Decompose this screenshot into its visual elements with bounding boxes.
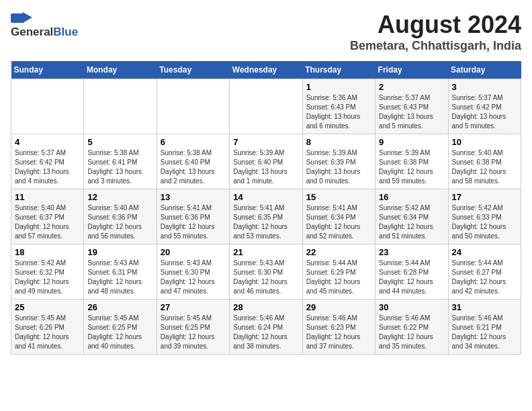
weekday-header-saturday: Saturday bbox=[448, 61, 521, 79]
calendar-cell: 9Sunrise: 5:39 AM Sunset: 6:38 PM Daylig… bbox=[375, 134, 448, 189]
day-detail: Sunrise: 5:45 AM Sunset: 6:25 PM Dayligh… bbox=[87, 314, 152, 351]
calendar-cell: 17Sunrise: 5:42 AM Sunset: 6:33 PM Dayli… bbox=[448, 189, 521, 244]
calendar-cell: 26Sunrise: 5:45 AM Sunset: 6:25 PM Dayli… bbox=[84, 300, 157, 355]
day-detail: Sunrise: 5:39 AM Sunset: 6:40 PM Dayligh… bbox=[233, 148, 298, 186]
day-number: 28 bbox=[233, 302, 298, 312]
day-number: 1 bbox=[306, 82, 371, 92]
day-number: 11 bbox=[15, 192, 80, 202]
calendar-cell: 2Sunrise: 5:37 AM Sunset: 6:43 PM Daylig… bbox=[375, 79, 448, 134]
day-number: 13 bbox=[161, 192, 226, 202]
day-detail: Sunrise: 5:37 AM Sunset: 6:42 PM Dayligh… bbox=[15, 148, 80, 186]
weekday-header-monday: Monday bbox=[84, 61, 157, 79]
day-detail: Sunrise: 5:39 AM Sunset: 6:39 PM Dayligh… bbox=[306, 148, 371, 186]
day-detail: Sunrise: 5:43 AM Sunset: 6:31 PM Dayligh… bbox=[87, 259, 152, 296]
title-area: August 2024 Bemetara, Chhattisgarh, Indi… bbox=[350, 11, 521, 53]
day-number: 27 bbox=[161, 302, 226, 312]
day-number: 17 bbox=[452, 192, 517, 202]
day-detail: Sunrise: 5:45 AM Sunset: 6:25 PM Dayligh… bbox=[161, 314, 226, 351]
calendar-cell: 13Sunrise: 5:41 AM Sunset: 6:36 PM Dayli… bbox=[157, 189, 229, 244]
day-number: 22 bbox=[306, 247, 371, 257]
calendar-cell: 5Sunrise: 5:38 AM Sunset: 6:41 PM Daylig… bbox=[84, 134, 157, 189]
calendar-cell: 28Sunrise: 5:46 AM Sunset: 6:24 PM Dayli… bbox=[230, 300, 302, 355]
day-number: 16 bbox=[379, 192, 444, 202]
day-detail: Sunrise: 5:44 AM Sunset: 6:27 PM Dayligh… bbox=[452, 259, 517, 296]
calendar-cell: 4Sunrise: 5:37 AM Sunset: 6:42 PM Daylig… bbox=[11, 134, 84, 189]
calendar-cell: 22Sunrise: 5:44 AM Sunset: 6:29 PM Dayli… bbox=[302, 244, 375, 300]
calendar-cell: 23Sunrise: 5:44 AM Sunset: 6:28 PM Dayli… bbox=[375, 244, 448, 300]
day-number: 20 bbox=[161, 247, 226, 257]
logo: General Blue bbox=[11, 11, 78, 39]
calendar-cell: 8Sunrise: 5:39 AM Sunset: 6:39 PM Daylig… bbox=[302, 134, 375, 189]
calendar-cell: 3Sunrise: 5:37 AM Sunset: 6:42 PM Daylig… bbox=[448, 79, 521, 134]
calendar-cell: 20Sunrise: 5:43 AM Sunset: 6:30 PM Dayli… bbox=[157, 244, 229, 300]
logo-icon bbox=[11, 11, 32, 26]
weekday-header-sunday: Sunday bbox=[11, 61, 84, 79]
day-detail: Sunrise: 5:44 AM Sunset: 6:29 PM Dayligh… bbox=[306, 259, 371, 296]
day-detail: Sunrise: 5:38 AM Sunset: 6:41 PM Dayligh… bbox=[87, 148, 152, 186]
calendar-cell: 12Sunrise: 5:40 AM Sunset: 6:36 PM Dayli… bbox=[84, 189, 157, 244]
day-detail: Sunrise: 5:37 AM Sunset: 6:43 PM Dayligh… bbox=[379, 93, 444, 131]
day-number: 25 bbox=[15, 302, 80, 312]
day-detail: Sunrise: 5:42 AM Sunset: 6:33 PM Dayligh… bbox=[452, 203, 517, 241]
calendar-cell: 19Sunrise: 5:43 AM Sunset: 6:31 PM Dayli… bbox=[84, 244, 157, 300]
day-number: 5 bbox=[87, 137, 152, 147]
header: General Blue August 2024 Bemetara, Chhat… bbox=[11, 11, 521, 53]
day-detail: Sunrise: 5:40 AM Sunset: 6:36 PM Dayligh… bbox=[87, 203, 152, 241]
day-detail: Sunrise: 5:44 AM Sunset: 6:28 PM Dayligh… bbox=[379, 259, 444, 296]
calendar-cell: 18Sunrise: 5:42 AM Sunset: 6:32 PM Dayli… bbox=[11, 244, 84, 300]
day-detail: Sunrise: 5:46 AM Sunset: 6:22 PM Dayligh… bbox=[379, 314, 444, 351]
day-detail: Sunrise: 5:45 AM Sunset: 6:26 PM Dayligh… bbox=[15, 314, 80, 351]
day-detail: Sunrise: 5:41 AM Sunset: 6:35 PM Dayligh… bbox=[233, 203, 298, 241]
day-detail: Sunrise: 5:42 AM Sunset: 6:32 PM Dayligh… bbox=[15, 259, 80, 296]
day-number: 8 bbox=[306, 137, 371, 147]
calendar-cell bbox=[157, 79, 229, 134]
logo-general: General bbox=[11, 26, 53, 39]
calendar-cell: 14Sunrise: 5:41 AM Sunset: 6:35 PM Dayli… bbox=[230, 189, 302, 244]
calendar-cell: 6Sunrise: 5:38 AM Sunset: 6:40 PM Daylig… bbox=[157, 134, 229, 189]
calendar-cell: 7Sunrise: 5:39 AM Sunset: 6:40 PM Daylig… bbox=[230, 134, 302, 189]
calendar-cell: 11Sunrise: 5:40 AM Sunset: 6:37 PM Dayli… bbox=[11, 189, 84, 244]
day-number: 6 bbox=[161, 137, 226, 147]
calendar-cell: 21Sunrise: 5:43 AM Sunset: 6:30 PM Dayli… bbox=[230, 244, 302, 300]
calendar-week-row: 11Sunrise: 5:40 AM Sunset: 6:37 PM Dayli… bbox=[11, 189, 521, 244]
calendar-week-row: 25Sunrise: 5:45 AM Sunset: 6:26 PM Dayli… bbox=[11, 300, 521, 355]
day-detail: Sunrise: 5:43 AM Sunset: 6:30 PM Dayligh… bbox=[233, 259, 298, 296]
calendar-cell bbox=[11, 79, 84, 134]
weekday-header-thursday: Thursday bbox=[302, 61, 375, 79]
day-number: 24 bbox=[452, 247, 517, 257]
day-detail: Sunrise: 5:41 AM Sunset: 6:34 PM Dayligh… bbox=[306, 203, 371, 241]
day-number: 4 bbox=[15, 137, 80, 147]
weekday-header-tuesday: Tuesday bbox=[157, 61, 229, 79]
weekday-header-wednesday: Wednesday bbox=[230, 61, 302, 79]
day-detail: Sunrise: 5:36 AM Sunset: 6:43 PM Dayligh… bbox=[306, 93, 371, 131]
logo-blue: Blue bbox=[53, 26, 78, 39]
day-number: 2 bbox=[379, 82, 444, 92]
day-detail: Sunrise: 5:39 AM Sunset: 6:38 PM Dayligh… bbox=[379, 148, 444, 186]
day-number: 21 bbox=[233, 247, 298, 257]
day-number: 26 bbox=[87, 302, 152, 312]
day-detail: Sunrise: 5:46 AM Sunset: 6:23 PM Dayligh… bbox=[306, 314, 371, 351]
calendar-table: SundayMondayTuesdayWednesdayThursdayFrid… bbox=[11, 61, 521, 355]
calendar-cell bbox=[230, 79, 302, 134]
calendar-cell: 31Sunrise: 5:46 AM Sunset: 6:21 PM Dayli… bbox=[448, 300, 521, 355]
day-number: 3 bbox=[452, 82, 517, 92]
calendar-cell: 15Sunrise: 5:41 AM Sunset: 6:34 PM Dayli… bbox=[302, 189, 375, 244]
day-number: 30 bbox=[379, 302, 444, 312]
svg-rect-0 bbox=[11, 13, 24, 23]
day-number: 15 bbox=[306, 192, 371, 202]
day-number: 19 bbox=[87, 247, 152, 257]
day-detail: Sunrise: 5:46 AM Sunset: 6:21 PM Dayligh… bbox=[452, 314, 517, 351]
day-detail: Sunrise: 5:37 AM Sunset: 6:42 PM Dayligh… bbox=[452, 93, 517, 131]
weekday-header-row: SundayMondayTuesdayWednesdayThursdayFrid… bbox=[11, 61, 521, 79]
calendar-cell: 16Sunrise: 5:42 AM Sunset: 6:34 PM Dayli… bbox=[375, 189, 448, 244]
day-detail: Sunrise: 5:41 AM Sunset: 6:36 PM Dayligh… bbox=[161, 203, 226, 241]
calendar-title: August 2024 bbox=[350, 11, 521, 39]
day-detail: Sunrise: 5:40 AM Sunset: 6:38 PM Dayligh… bbox=[452, 148, 517, 186]
day-detail: Sunrise: 5:43 AM Sunset: 6:30 PM Dayligh… bbox=[161, 259, 226, 296]
calendar-cell: 30Sunrise: 5:46 AM Sunset: 6:22 PM Dayli… bbox=[375, 300, 448, 355]
calendar-week-row: 18Sunrise: 5:42 AM Sunset: 6:32 PM Dayli… bbox=[11, 244, 521, 300]
calendar-cell: 10Sunrise: 5:40 AM Sunset: 6:38 PM Dayli… bbox=[448, 134, 521, 189]
day-number: 31 bbox=[452, 302, 517, 312]
day-detail: Sunrise: 5:42 AM Sunset: 6:34 PM Dayligh… bbox=[379, 203, 444, 241]
day-number: 12 bbox=[87, 192, 152, 202]
